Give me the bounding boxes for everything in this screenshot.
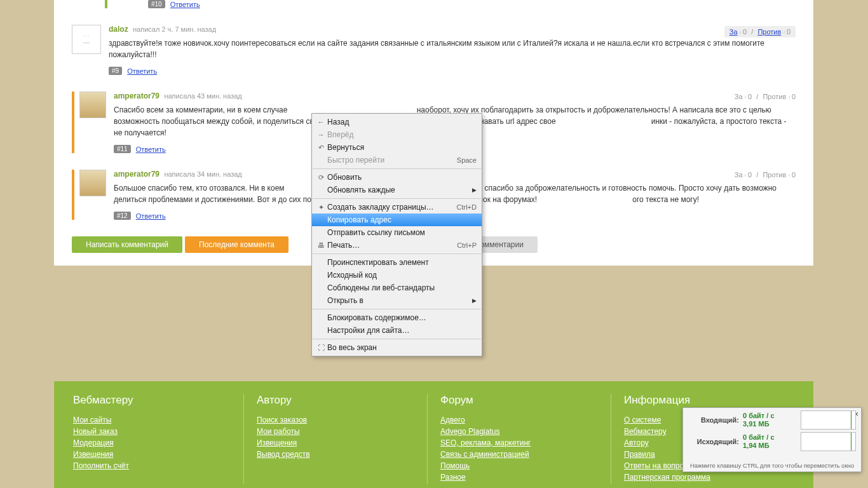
menu-item[interactable]: 🖶Печать…Ctrl+P — [312, 239, 482, 252]
footer-link[interactable]: Извещения — [73, 450, 231, 459]
menu-item[interactable]: ←Назад — [312, 116, 482, 128]
menu-item[interactable]: ⟳Обновить — [312, 171, 482, 184]
menu-item[interactable]: Исходный код — [312, 269, 482, 281]
comment-username[interactable]: daloz — [109, 25, 128, 34]
footer-link[interactable]: Извещения — [257, 438, 414, 447]
menu-label: Открыть в — [327, 296, 477, 305]
menu-label: Соблюдены ли веб-стандарты — [327, 283, 477, 292]
vote-up[interactable]: За — [729, 28, 738, 36]
vote-down-label[interactable]: Против — [763, 171, 786, 179]
footer-link[interactable]: Advego Plagiatus — [440, 427, 598, 436]
comment-tag: #12 — [114, 212, 131, 220]
menu-item[interactable]: ⛶Во весь экран — [312, 341, 482, 354]
menu-label: Отправить ссылку письмом — [327, 228, 477, 237]
footer-link[interactable]: Мои сайты — [73, 416, 231, 424]
comment-tag: #10 — [148, 0, 165, 8]
comment-footer: #10 Ответить — [148, 0, 796, 8]
net-out-label: Исходящий: — [688, 438, 739, 445]
comment-footer: #9 Ответить — [109, 67, 796, 75]
footer-link[interactable]: Связь с администрацией — [440, 450, 598, 459]
menu-icon: ✦ — [315, 203, 327, 212]
network-monitor[interactable]: × Входящий: 0 байт / с3,91 МБ Исходящий:… — [682, 407, 862, 472]
avatar[interactable] — [79, 170, 106, 196]
comment-meta: написал 2 ч. 7 мин. назад — [133, 25, 216, 33]
menu-label: Блокировать содержимое… — [327, 313, 477, 322]
footer-col-forum: Форум АдвегоAdvego PlagiatusSEO, реклама… — [427, 394, 611, 484]
menu-item[interactable]: ↶Вернуться — [312, 141, 482, 154]
menu-icon: → — [315, 131, 327, 139]
comment-meta: написала 34 мин. назад — [164, 170, 241, 178]
menu-icon: 🖶 — [315, 241, 327, 249]
net-in-value: 0 байт / с3,91 МБ — [743, 412, 775, 428]
comment-text: здравствуйте!я тоже новичок.хочу поинтер… — [109, 37, 796, 60]
footer-link[interactable]: Вывод средств — [257, 450, 414, 459]
comment-username[interactable]: amperator79 — [114, 92, 159, 100]
footer-link[interactable]: Адвего — [440, 416, 598, 424]
menu-label: Создать закладку страницы… — [327, 203, 457, 212]
menu-shortcut: Ctrl+D — [457, 203, 477, 211]
comment-10: #10 Ответить — [105, 0, 796, 8]
footer-link[interactable]: Партнерская программа — [624, 473, 782, 482]
vote-down-label[interactable]: Против — [763, 93, 786, 100]
menu-label: Назад — [327, 118, 477, 126]
vote-up-label[interactable]: За — [735, 171, 743, 179]
menu-item[interactable]: Проинспектировать элемент — [312, 256, 482, 269]
reply-link[interactable]: Ответить — [170, 1, 200, 8]
footer-link[interactable]: Модерация — [73, 438, 231, 447]
footer-link[interactable]: Мои работы — [257, 427, 414, 436]
menu-icon: ⟳ — [315, 173, 327, 182]
footer-link[interactable]: SEO, реклама, маркетинг — [440, 438, 598, 447]
vote-box: За ‹ 0 / Против ‹ 0 — [735, 171, 796, 179]
reply-link[interactable]: Ответить — [136, 146, 166, 153]
menu-label: Вернуться — [327, 143, 477, 152]
menu-item[interactable]: Открыть в▶ — [312, 294, 482, 307]
avatar[interactable] — [79, 92, 106, 118]
vote-box: За ‹ 0 / Против ‹ 0 — [724, 26, 796, 37]
footer-link[interactable]: Пополнить счёт — [73, 461, 231, 470]
comment-accent — [72, 92, 74, 153]
footer-links: Поиск заказовМои работыИзвещенияВывод ср… — [257, 416, 414, 459]
reply-link[interactable]: Ответить — [127, 67, 157, 75]
menu-label: Обновить — [327, 173, 477, 182]
menu-label: Обновлять каждые — [327, 186, 477, 194]
menu-shortcut: Ctrl+P — [457, 241, 477, 249]
context-menu[interactable]: ←Назад→Вперёд↶ВернутьсяБыстро перейтиSpa… — [311, 113, 482, 356]
vote-up-label[interactable]: За — [735, 93, 743, 100]
net-out-value: 0 байт / с1,94 МБ — [743, 433, 775, 450]
comment-meta: написала 43 мин. назад — [164, 92, 241, 100]
tab-latest-comments[interactable]: Последние коммента — [185, 236, 288, 253]
comment-header: daloz написал 2 ч. 7 мин. назад — [109, 25, 796, 34]
menu-shortcut: Space — [457, 156, 477, 164]
menu-item[interactable]: ✦Создать закладку страницы…Ctrl+D — [312, 201, 482, 214]
comment-username[interactable]: amperator79 — [114, 170, 159, 179]
menu-item[interactable]: Обновлять каждые▶ — [312, 184, 482, 196]
footer-link[interactable]: Разное — [440, 473, 598, 482]
menu-item[interactable]: Настройки для сайта… — [312, 324, 482, 337]
footer-link[interactable]: Помощь — [440, 461, 598, 470]
comment-accent — [105, 0, 107, 8]
comment-header: amperator79 написала 43 мин. назад — [114, 92, 796, 100]
vote-down[interactable]: Против — [757, 28, 781, 36]
footer-link[interactable]: Поиск заказов — [257, 416, 414, 424]
menu-item[interactable]: Блокировать содержимое… — [312, 311, 482, 324]
menu-item[interactable]: Отправить ссылку письмом — [312, 226, 482, 239]
menu-label: Печать… — [327, 241, 457, 250]
footer-link[interactable]: Новый заказ — [73, 427, 231, 436]
tab-write-comment[interactable]: Написать комментарий — [72, 236, 182, 253]
menu-item[interactable]: Копировать адрес — [312, 214, 482, 226]
reply-link[interactable]: Ответить — [136, 212, 166, 220]
menu-item: Быстро перейтиSpace — [312, 154, 482, 166]
comment-tag: #11 — [114, 145, 131, 153]
menu-icon: ⛶ — [315, 344, 327, 351]
footer-col-webmaster: Вебмастеру Мои сайтыНовый заказМодерация… — [73, 394, 243, 484]
footer-links: АдвегоAdvego PlagiatusSEO, реклама, марк… — [440, 416, 598, 482]
footer-col-author: Автору Поиск заказовМои работыИзвещенияВ… — [243, 394, 427, 484]
net-hint: Нажмите клавишу CTRL для того чтобы пере… — [688, 462, 856, 469]
footer-title: Форум — [440, 394, 598, 407]
comment-accent — [72, 170, 74, 220]
menu-item[interactable]: Соблюдены ли веб-стандарты — [312, 281, 482, 294]
avatar[interactable] — [72, 25, 101, 54]
menu-label: Проинспектировать элемент — [327, 258, 477, 267]
menu-label: Быстро перейти — [327, 156, 457, 165]
menu-label: Вперёд — [327, 130, 477, 139]
